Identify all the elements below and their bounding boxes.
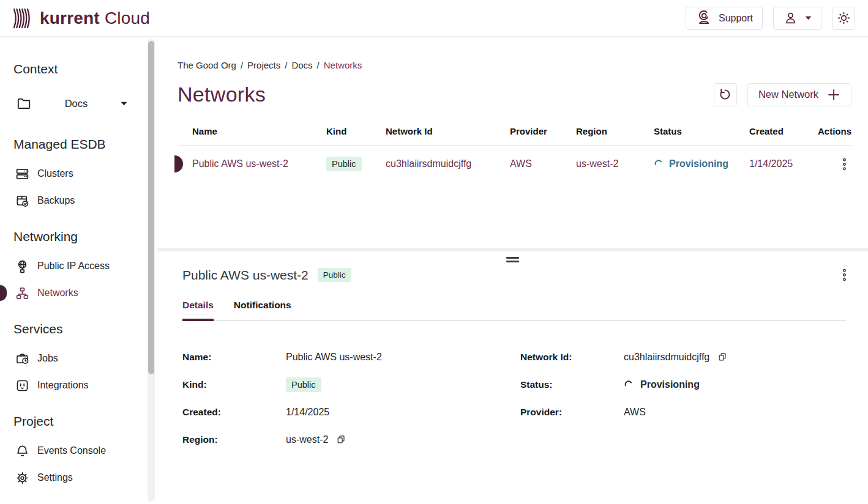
cell-region: us-west-2 [576, 158, 654, 169]
sidebar-item-settings[interactable]: Settings [0, 464, 146, 491]
gear-icon [15, 470, 30, 486]
sidebar-item-label: Public IP Access [37, 261, 110, 272]
active-indicator [0, 285, 7, 301]
sidebar: Context Docs Managed ESDB [0, 37, 157, 503]
backups-icon [15, 193, 30, 209]
field-label-status: Status: [520, 371, 624, 398]
breadcrumb-org[interactable]: The Good Org [178, 60, 236, 70]
top-header: kurrent Cloud Support [0, 0, 868, 37]
copy-icon [717, 352, 727, 362]
breadcrumb: The Good Org/Projects/Docs/Networks [178, 60, 851, 70]
cell-status: Provisioning [654, 158, 749, 169]
sidebar-item-public-ip-access[interactable]: Public IP Access [0, 253, 146, 280]
kind-badge: Public [326, 157, 362, 171]
table-row[interactable]: Public AWS us-west-2 Public cu3hlaiirsdm… [178, 146, 851, 182]
copy-network-id-button[interactable] [716, 350, 728, 363]
networks-icon [15, 286, 30, 301]
column-header-created: Created [749, 126, 814, 136]
folder-icon [16, 95, 32, 111]
sidebar-heading-networking: Networking [13, 229, 78, 244]
theme-toggle-button[interactable] [832, 7, 855, 30]
chevron-down-icon [805, 16, 812, 20]
spinner-icon [624, 380, 634, 390]
sidebar-item-label: Jobs [37, 353, 58, 364]
column-header-provider: Provider [510, 126, 576, 136]
field-value-status: Provisioning [624, 371, 851, 398]
plus-icon [827, 88, 840, 102]
networks-table: Name Kind Network Id Provider Region Sta… [178, 126, 851, 182]
column-header-kind: Kind [326, 126, 386, 136]
field-label-provider: Provider: [520, 398, 624, 426]
sun-icon [836, 10, 851, 26]
sidebar-item-clusters[interactable]: Clusters [0, 160, 146, 187]
kebab-icon [842, 158, 847, 171]
network-detail-panel: Public AWS us-west-2 Public Details Noti… [157, 262, 868, 453]
cell-provider: AWS [510, 158, 576, 169]
panel-title: Public AWS us-west-2 [182, 268, 309, 283]
sidebar-item-events-console[interactable]: Events Console [0, 437, 146, 464]
copy-icon [336, 434, 346, 445]
breadcrumb-project[interactable]: Docs [291, 60, 312, 70]
status-label: Provisioning [669, 158, 728, 169]
integrations-icon [15, 378, 30, 393]
field-label-region: Region: [182, 426, 286, 453]
table-header: Name Kind Network Id Provider Region Sta… [178, 126, 851, 146]
sidebar-item-label: Clusters [37, 168, 73, 179]
field-value-name: Public AWS us-west-2 [286, 343, 520, 371]
breadcrumb-current: Networks [324, 60, 362, 70]
waves-logo-icon [12, 6, 34, 31]
field-label-created: Created: [182, 398, 286, 426]
field-label-network-id: Network Id: [520, 343, 624, 371]
sidebar-heading-managed-esdb: Managed ESDB [13, 137, 106, 152]
copy-region-button[interactable] [335, 433, 347, 446]
cell-name: Public AWS us-west-2 [178, 158, 326, 169]
network-id-value: cu3hlaiirsdmuidcjffg [624, 352, 709, 363]
field-label-kind: Kind: [182, 371, 286, 398]
refresh-icon [718, 87, 732, 102]
sidebar-item-jobs[interactable]: Jobs [0, 345, 146, 372]
sidebar-item-networks[interactable]: Networks [0, 280, 146, 306]
column-header-network-id: Network Id [386, 126, 510, 136]
clusters-icon [15, 166, 30, 182]
sidebar-scrollbar-thumb[interactable] [148, 41, 154, 374]
support-button[interactable]: Support [686, 7, 763, 30]
splitter-drag-handle[interactable] [495, 251, 531, 262]
breadcrumb-projects[interactable]: Projects [247, 60, 280, 70]
page-title: Networks [178, 83, 266, 106]
kurrent-cloud-logo[interactable]: kurrent Cloud [12, 6, 150, 31]
sidebar-item-backups[interactable]: Backups [0, 187, 146, 214]
column-header-region: Region [576, 126, 654, 136]
support-label: Support [719, 13, 753, 24]
field-value-created: 1/14/2025 [286, 398, 520, 426]
cell-network-id: cu3hlaiirsdmuidcjffg [386, 158, 510, 169]
public-ip-icon [15, 259, 30, 274]
column-header-name: Name [178, 126, 326, 136]
tab-notifications[interactable]: Notifications [234, 300, 291, 321]
field-value-network-id: cu3hlaiirsdmuidcjffg [624, 343, 851, 371]
spinner-icon [654, 159, 664, 169]
chevron-down-icon [121, 102, 127, 106]
bell-icon [15, 443, 30, 459]
new-network-label: New Network [758, 89, 818, 100]
tab-details[interactable]: Details [182, 300, 214, 321]
refresh-button[interactable] [714, 83, 737, 106]
field-label-name: Name: [182, 343, 286, 371]
sidebar-item-label: Events Console [37, 445, 106, 456]
column-header-status: Status [654, 126, 749, 136]
jobs-icon [15, 351, 30, 366]
context-selector-value: Docs [32, 98, 121, 109]
sidebar-item-label: Networks [37, 287, 78, 298]
brand-name: kurrent [40, 9, 100, 28]
networks-list-section: The Good Org/Projects/Docs/Networks Netw… [157, 37, 868, 248]
context-selector[interactable]: Docs [0, 90, 146, 117]
sidebar-item-label: Backups [37, 195, 75, 206]
sidebar-heading-services: Services [13, 322, 63, 336]
sidebar-scrollbar-track [148, 39, 155, 502]
row-actions-button[interactable] [837, 155, 851, 173]
panel-actions-button[interactable] [837, 266, 851, 284]
user-menu-button[interactable] [773, 7, 821, 30]
panel-tabs: Details Notifications [182, 300, 846, 321]
new-network-button[interactable]: New Network [747, 83, 851, 106]
sidebar-item-integrations[interactable]: Integrations [0, 372, 146, 399]
field-kind-badge: Public [286, 377, 321, 392]
